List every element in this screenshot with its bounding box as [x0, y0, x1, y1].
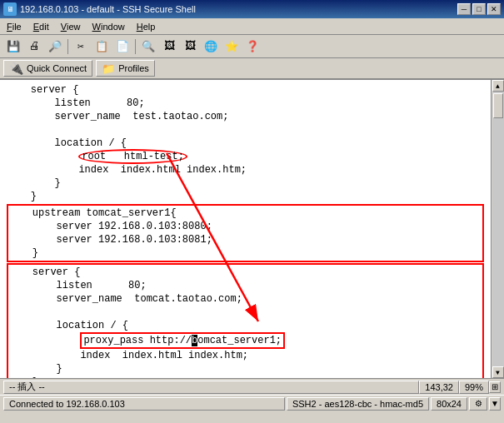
- line-9: }: [7, 190, 484, 203]
- tb-paste-btn[interactable]: 📄: [112, 37, 132, 56]
- scroll-down-button[interactable]: ▼: [492, 366, 504, 378]
- scroll-track: [492, 92, 504, 366]
- proxy-pass-highlight: proxy_pass http://bomcat_server1;: [80, 332, 285, 349]
- profiles-icon: 📁: [102, 62, 115, 75]
- status-settings-icon[interactable]: ⚙: [469, 397, 487, 411]
- line-13: }: [8, 246, 482, 260]
- line-22: }: [8, 376, 482, 378]
- title-bar: 🖥 192.168.0.103 - default - SSH Secure S…: [0, 0, 504, 18]
- tb-img1-btn[interactable]: 🖼: [159, 37, 179, 56]
- minimize-button[interactable]: ─: [457, 3, 471, 15]
- status-size: 80x24: [431, 397, 467, 411]
- root-highlight: root html-test;: [78, 149, 187, 164]
- menu-help[interactable]: Help: [132, 19, 161, 34]
- tb-img2-btn[interactable]: 🖼: [180, 37, 200, 56]
- tb-cut-btn[interactable]: ✂: [71, 37, 91, 56]
- tb-sep1: [67, 39, 68, 54]
- line-6: root html-test;: [7, 150, 484, 163]
- line-4: [7, 123, 484, 137]
- tb-search-btn[interactable]: 🔍: [138, 37, 158, 56]
- tb-star-btn[interactable]: ⭐: [222, 37, 242, 56]
- terminal[interactable]: server { listen 80; server_name test.tao…: [0, 80, 491, 378]
- line-3: server_name test.taotao.com;: [7, 110, 484, 123]
- menu-edit[interactable]: Edit: [28, 19, 54, 34]
- window-title: 192.168.0.103 - default - SSH Secure She…: [20, 4, 196, 14]
- close-button[interactable]: ✕: [487, 3, 501, 15]
- quick-connect-label: Quick Connect: [27, 63, 87, 73]
- menu-file[interactable]: File: [2, 19, 27, 34]
- line-17: [8, 306, 482, 319]
- profiles-label: Profiles: [118, 63, 149, 73]
- tb-help-btn[interactable]: ❓: [242, 37, 262, 56]
- app-icon: 🖥: [3, 2, 17, 16]
- maximize-button[interactable]: □: [472, 3, 486, 15]
- profiles-button[interactable]: 📁 Profiles: [96, 60, 155, 77]
- terminal-area: server { listen 80; server_name test.tao…: [0, 80, 504, 378]
- line-20: index index.html index.htm;: [8, 349, 482, 362]
- title-bar-text: 🖥 192.168.0.103 - default - SSH Secure S…: [3, 2, 196, 16]
- menu-view[interactable]: View: [56, 19, 86, 34]
- line-8: }: [7, 177, 484, 190]
- line-10: upstream tomcat_server1{: [8, 207, 482, 220]
- line-2: listen 80;: [7, 97, 484, 110]
- tb-new-btn[interactable]: 💾: [3, 37, 23, 56]
- line-18: location / {: [8, 319, 482, 332]
- status-encryption: SSH2 - aes128-cbc - hmac-md5: [287, 397, 429, 411]
- status-position: 143,32: [419, 381, 459, 394]
- status-percent: 99%: [459, 381, 489, 394]
- status-bar-2: Connected to 192.168.0.103 SSH2 - aes128…: [0, 395, 504, 411]
- upstream-block: upstream tomcat_server1{ server 192.168.…: [7, 204, 484, 262]
- line-21: }: [8, 362, 482, 376]
- status-arrow-icon: ▼: [489, 397, 501, 411]
- scroll-thumb[interactable]: [493, 93, 503, 118]
- line-12: server 192.168.0.103:8081;: [8, 233, 482, 246]
- line-5: location / {: [7, 137, 484, 150]
- tb-globe-btn[interactable]: 🌐: [201, 37, 221, 56]
- scrollbar[interactable]: ▲ ▼: [491, 80, 504, 378]
- toolbar: 💾 🖨 🔎 ✂ 📋 📄 🔍 🖼 🖼 🌐 ⭐ ❓: [0, 35, 504, 58]
- line-15: listen 80;: [8, 279, 482, 292]
- line-7: index index.html index.htm;: [7, 163, 484, 177]
- line-1: server {: [7, 83, 484, 97]
- status-connection: Connected to 192.168.0.103: [3, 397, 285, 411]
- menu-bar: File Edit View Window Help: [0, 18, 504, 35]
- status-mode: -- 插入 --: [3, 381, 419, 394]
- tb-print-btn[interactable]: 🖨: [24, 37, 44, 56]
- status-bar-1: -- 插入 -- 143,32 99% ⊞: [0, 378, 504, 395]
- tb-sep2: [135, 39, 136, 54]
- status-icon: ⊞: [489, 381, 501, 393]
- line-11: server 192.168.0.103:8080;: [8, 220, 482, 233]
- title-controls[interactable]: ─ □ ✕: [457, 3, 501, 15]
- line-16: server_name tomcat.taotao.com;: [8, 292, 482, 306]
- quick-connect-icon: 🔌: [9, 62, 23, 75]
- quick-connect-button[interactable]: 🔌 Quick Connect: [3, 60, 92, 77]
- line-14: server {: [8, 266, 482, 279]
- server-block-2: server { listen 80; server_name tomcat.t…: [7, 263, 484, 378]
- menu-window[interactable]: Window: [87, 19, 130, 34]
- tb-find-btn[interactable]: 🔎: [45, 37, 65, 56]
- tb-copy-btn[interactable]: 📋: [92, 37, 112, 56]
- scroll-up-button[interactable]: ▲: [492, 80, 504, 92]
- quickconnect-bar: 🔌 Quick Connect 📁 Profiles: [0, 58, 504, 80]
- line-19: proxy_pass http://bomcat_server1;: [8, 332, 482, 349]
